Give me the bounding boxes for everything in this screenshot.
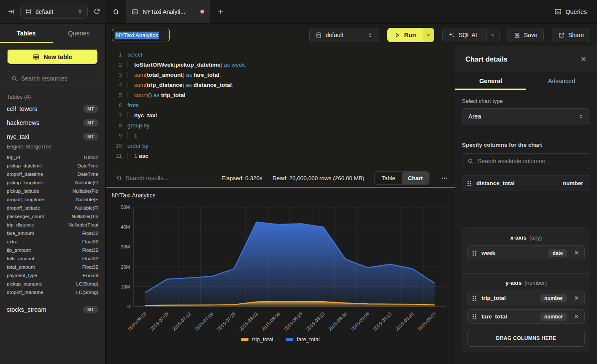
drag-handle-icon[interactable] [473,295,476,301]
axes-card: x-axis (any) weekdate✕ y-axis (number) t… [462,227,590,352]
search-results-input[interactable] [126,175,207,181]
sidebar-tab-tables[interactable]: Tables [0,24,53,43]
column-row: dropoff_longitudeNullable(F [7,195,98,204]
table-row-stocks_stream[interactable]: stocks_streamMT [7,302,98,316]
column-type-badge: number [540,313,567,321]
line-number: 5 [106,90,122,100]
sql-editor[interactable]: 1234567891011 select toStartOfWeek(picku… [106,46,455,169]
svg-text:30M: 30M [121,244,130,249]
area-chart[interactable]: 010M20M30M40M50M2015-06-282015-07-052015… [112,201,449,335]
table-name: hackernews [7,119,39,126]
line-number: 11 [106,151,122,161]
read-stat: Read: 20,000,000 rows (260.00 MB) [273,175,365,181]
column-row: pickup_ntanameLC(String) [7,280,98,288]
legend-swatch [241,338,249,341]
new-tab-button[interactable] [210,0,231,23]
run-button[interactable]: Run [387,28,423,42]
remove-column-icon[interactable]: ✕ [572,250,580,256]
legend-item-fare_total[interactable]: fare_total [286,336,319,342]
drag-handle-icon[interactable] [473,250,476,256]
query-title-input[interactable]: NYTaxi Analytics [112,29,170,41]
home-button[interactable] [105,0,126,23]
view-toggle-chart[interactable]: Chart [402,172,429,184]
drop-zone[interactable]: DRAG COLUMNS HERE [467,330,585,347]
chart-type-select[interactable]: Area [462,108,590,124]
sidebar-search[interactable] [7,71,98,86]
more-options-icon[interactable] [440,175,449,182]
sidebar-tab-queries[interactable]: Queries [53,24,105,43]
line-number: 3 [106,70,122,80]
column-name: dropoff_datetime [7,170,43,178]
y-axis-section: y-axis (number) trip_totalnumber✕fare_to… [467,277,585,328]
axis-chip-fare_total[interactable]: fare_totalnumber✕ [467,309,585,324]
column-row: total_amountFloat32 [7,263,98,271]
column-name: payment_type [7,271,37,280]
svg-text:2015-09-06: 2015-09-06 [350,311,370,332]
line-number: 10 [106,141,122,151]
columns-search[interactable] [462,153,590,169]
chart-details-panel: Chart details General Advanced Select ch… [455,46,597,364]
column-type: Nullable(Fl [75,204,98,212]
drag-handle-icon[interactable] [467,181,471,186]
queries-button[interactable]: Queries [554,0,587,23]
available-column-distance_total[interactable]: distance_totalnumber [462,175,590,191]
svg-text:2015-09-27: 2015-09-27 [417,311,437,332]
database-selector[interactable]: default [309,28,379,42]
column-row: dropoff_ntanameLC(String) [7,288,98,297]
tab-advanced[interactable]: Advanced [526,72,597,90]
column-type-badge: date [548,249,567,257]
close-icon[interactable] [580,56,587,62]
table-row-hackernews[interactable]: hackernewsMT [7,116,98,129]
run-options-button[interactable] [423,28,434,42]
search-resources-input[interactable] [21,75,94,82]
column-type: DateTime [78,162,98,170]
line-number: 8 [106,121,122,131]
remove-column-icon[interactable]: ✕ [572,313,580,320]
save-button[interactable]: Save [508,28,544,42]
tab-label: Advanced [548,78,575,84]
engine-badge: MT [83,105,98,113]
view-toggle-table[interactable]: Table [375,172,401,184]
collapse-sidebar-icon[interactable] [8,8,15,15]
search-columns-input[interactable] [478,158,585,164]
axis-chip-trip_total[interactable]: trip_totalnumber✕ [467,291,585,305]
column-type: UInt32 [84,153,98,162]
line-number: 1 [106,50,122,60]
line-number: 7 [106,111,122,121]
database-selector[interactable]: default [20,5,88,19]
sql-code: select toStartOfWeek(pickup_datetime) as… [127,50,246,169]
new-table-button[interactable]: New table [7,49,98,65]
code-line: count() as trip_total [127,90,246,100]
column-type: Float32 [82,263,98,271]
search-icon [467,158,474,164]
share-button[interactable]: Share [552,28,590,42]
refresh-icon[interactable] [93,8,100,15]
chart-type-value: Area [468,113,481,120]
column-type: Enum8 [83,271,98,280]
tab-general[interactable]: General [455,72,526,90]
chart-panel: NYTaxi Analytics 010M20M30M40M50M2015-06… [106,188,455,364]
engine-badge: MT [83,133,98,140]
drag-handle-icon[interactable] [473,314,476,319]
results-search[interactable] [112,172,211,184]
tab-nytaxi-analytics[interactable]: NYTaxi Analyti... [126,0,210,23]
column-row: fare_amountFloat32 [7,229,98,237]
remove-column-icon[interactable]: ✕ [572,295,580,301]
x-axis-label: x-axis [511,235,527,241]
table-row-cell_towers[interactable]: cell_towersMT [7,102,98,116]
svg-text:2015-08-02: 2015-08-02 [238,311,259,332]
tables-section-label: Tables (4) [7,94,98,100]
axis-chip-week[interactable]: weekdate✕ [467,245,585,260]
save-button-label: Save [524,32,538,38]
legend-item-trip_total[interactable]: trip_total [241,336,273,342]
column-row: payment_typeEnum8 [7,271,98,280]
sql-ai-button[interactable]: SQL AI [443,28,483,42]
sql-ai-options-button[interactable] [486,28,499,42]
terminal-icon [554,8,562,15]
column-row: pickup_longitudeNullable(Fl [7,178,98,187]
code-line: order by [127,141,246,151]
table-engine-label: Engine: MergeTree [7,144,98,150]
table-row-nyc_taxi[interactable]: nyc_taxiMT [7,129,98,143]
database-icon [25,8,32,15]
chevron-updown-icon [578,114,584,119]
